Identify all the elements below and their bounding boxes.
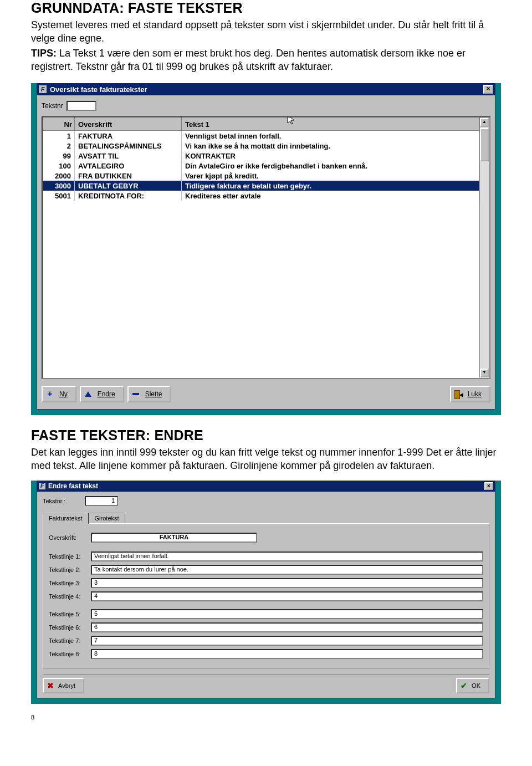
tekstlinje-input[interactable]: 3 <box>91 578 483 588</box>
tekstlinje-label: Tekstlinje 2: <box>49 566 91 573</box>
grid-header-row: Nr Overskrift Tekst 1 <box>43 118 479 131</box>
close-icon[interactable]: × <box>484 482 493 490</box>
cell-overskrift: AVSATT TIL <box>75 151 182 161</box>
tab-fakturatekst[interactable]: Fakturatekst <box>43 513 89 524</box>
cell-nr: 5001 <box>43 191 75 201</box>
endre-button[interactable]: Endre <box>80 386 124 402</box>
text-grid[interactable]: Nr Overskrift Tekst 1 1FAKTURAVennligst … <box>42 116 490 379</box>
window2-title: Endre fast tekst <box>48 482 484 490</box>
overskrift-label: Overskrift: <box>49 534 91 541</box>
cell-tekst1: Vi kan ikke se å ha mottatt din innbetal… <box>182 141 479 151</box>
cell-tekst1: Din AvtaleGiro er ikke ferdigbehandlet i… <box>182 161 479 171</box>
page-number: 8 <box>31 714 501 721</box>
tekstlinje-row: Tekstlinje 7:7 <box>49 636 483 646</box>
scroll-down-icon[interactable]: ▼ <box>480 369 489 377</box>
table-row[interactable]: 100AVTALEGIRODin AvtaleGiro er ikke ferd… <box>43 161 479 171</box>
slette-button[interactable]: Slette <box>127 386 171 402</box>
scroll-thumb[interactable] <box>480 128 489 161</box>
tekstnr2-label: Tekstnr.: <box>43 498 85 504</box>
tekstlinje-label: Tekstlinje 8: <box>49 651 91 657</box>
cell-tekst1: Vennligst betal innen forfall. <box>182 131 479 141</box>
endre-label: Endre <box>98 390 115 398</box>
edit-window: F Endre fast tekst × Tekstnr.: 1 Faktura… <box>37 481 495 698</box>
tekstlinje-label: Tekstlinje 4: <box>49 593 91 600</box>
col-tekst1[interactable]: Tekst 1 <box>182 118 479 131</box>
door-exit-icon <box>454 390 462 398</box>
tekstnr2-input[interactable]: 1 <box>85 496 118 506</box>
tekstlinje-input[interactable]: Ta kontakt dersom du lurer på noe. <box>91 565 483 575</box>
tekstlinje-label: Tekstlinje 1: <box>49 553 91 560</box>
cell-nr: 2000 <box>43 171 75 181</box>
col-nr[interactable]: Nr <box>43 118 75 131</box>
col-overskrift[interactable]: Overskrift <box>75 118 182 131</box>
lukk-label: Lukk <box>468 390 482 398</box>
cell-nr: 99 <box>43 151 75 161</box>
tab-strip: Fakturatekst Girotekst <box>43 513 489 523</box>
tekstnr-input[interactable] <box>66 101 96 111</box>
cell-nr: 100 <box>43 161 75 171</box>
tekstlinje-row: Tekstlinje 1:Vennligst betal innen forfa… <box>49 551 483 561</box>
triangle-icon <box>84 391 92 397</box>
app-icon: F <box>39 85 47 93</box>
ny-button[interactable]: + Ny <box>42 386 76 402</box>
tekstlinje-row: Tekstlinje 3:3 <box>49 578 483 588</box>
window2-titlebar[interactable]: F Endre fast tekst × <box>37 481 495 492</box>
overview-window: F Oversikt faste fakturatekster × Tekstn… <box>37 83 495 410</box>
tekstlinje-row: Tekstlinje 6:6 <box>49 622 483 632</box>
tekstlinje-input[interactable]: 8 <box>91 649 483 659</box>
cell-nr: 1 <box>43 131 75 141</box>
avbryt-button[interactable]: ✖ Avbryt <box>43 678 84 693</box>
tekstlinje-row: Tekstlinje 4:4 <box>49 591 483 601</box>
slette-label: Slette <box>145 390 162 398</box>
tekstlinje-label: Tekstlinje 7: <box>49 637 91 644</box>
table-row[interactable]: 3000UBETALT GEBYRTidligere faktura er be… <box>43 181 479 191</box>
tekstlinje-label: Tekstlinje 3: <box>49 580 91 586</box>
minus-icon <box>132 393 140 395</box>
section2-p: Det kan legges inn inntil 999 tekster og… <box>31 446 501 473</box>
section2-title: FASTE TEKSTER: ENDRE <box>31 427 501 443</box>
table-row[interactable]: 1FAKTURAVennligst betal innen forfall. <box>43 131 479 141</box>
check-icon: ✔ <box>461 681 467 690</box>
window1-title: Oversikt faste fakturatekster <box>50 85 483 94</box>
cell-overskrift: BETALINGSPÅMINNELS <box>75 141 182 151</box>
tips-text: La Tekst 1 være den som er mest brukt ho… <box>31 48 466 72</box>
tekstlinje-label: Tekstlinje 6: <box>49 624 91 631</box>
scroll-up-icon[interactable]: ▲ <box>480 118 489 127</box>
cell-nr: 2 <box>43 141 75 151</box>
cell-overskrift: FRA BUTIKKEN <box>75 171 182 181</box>
table-row[interactable]: 99AVSATT TILKONTRAKTER <box>43 151 479 161</box>
tekstlinje-input[interactable]: 6 <box>91 622 483 632</box>
cell-tekst1: Krediteres etter avtale <box>182 191 479 201</box>
tekstlinje-input[interactable]: 7 <box>91 636 483 646</box>
vertical-scrollbar[interactable]: ▲ ▼ <box>479 118 489 377</box>
tekstlinje-input[interactable]: 4 <box>91 591 483 601</box>
section1-p1: Systemet leveres med et standard oppsett… <box>31 18 501 45</box>
cell-tekst1: KONTRAKTER <box>182 151 479 161</box>
tekstlinje-label: Tekstlinje 5: <box>49 611 91 617</box>
tekstlinje-input[interactable]: 5 <box>91 609 483 619</box>
table-row[interactable]: 5001KREDITNOTA FOR:Krediteres etter avta… <box>43 191 479 201</box>
ok-button[interactable]: ✔ OK <box>456 678 489 693</box>
tekstlinje-row: Tekstlinje 2:Ta kontakt dersom du lurer … <box>49 565 483 575</box>
plus-icon: + <box>46 390 54 398</box>
ny-label: Ny <box>59 390 68 398</box>
table-row[interactable]: 2BETALINGSPÅMINNELSVi kan ikke se å ha m… <box>43 141 479 151</box>
tekstlinje-input[interactable]: Vennligst betal innen forfall. <box>91 551 483 561</box>
cell-tekst1: Tidligere faktura er betalt uten gebyr. <box>182 181 479 191</box>
lukk-button[interactable]: Lukk <box>450 386 490 402</box>
close-icon[interactable]: × <box>483 85 493 94</box>
cell-overskrift: FAKTURA <box>75 131 182 141</box>
tab-girotekst[interactable]: Girotekst <box>89 513 125 523</box>
cell-tekst1: Varer kjøpt på kreditt. <box>182 171 479 181</box>
overskrift-input[interactable]: FAKTURA <box>91 533 257 543</box>
tekstnr-label: Tekstnr <box>42 102 63 110</box>
cell-overskrift: KREDITNOTA FOR: <box>75 191 182 201</box>
section1-p2: TIPS: La Tekst 1 være den som er mest br… <box>31 47 501 74</box>
app-icon: F <box>39 483 45 489</box>
cell-overskrift: UBETALT GEBYR <box>75 181 182 191</box>
window1-titlebar[interactable]: F Oversikt faste fakturatekster × <box>37 83 495 95</box>
tekstlinje-row: Tekstlinje 8:8 <box>49 649 483 659</box>
x-icon: ✖ <box>47 681 54 690</box>
table-row[interactable]: 2000FRA BUTIKKENVarer kjøpt på kreditt. <box>43 171 479 181</box>
tab-panel: Overskrift: FAKTURA Tekstlinje 1:Vennlig… <box>43 523 489 668</box>
